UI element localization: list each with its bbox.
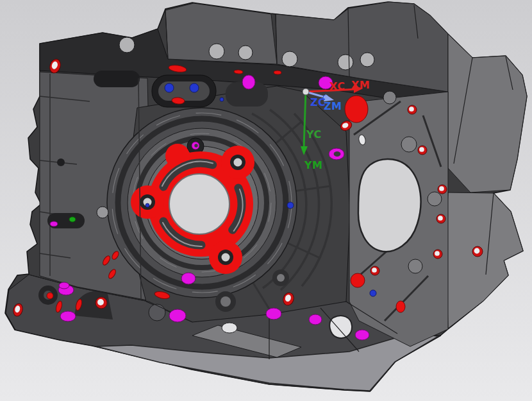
red-shape bbox=[274, 71, 281, 74]
cad-viewport[interactable]: XC XM ZC ZM YC YM bbox=[0, 0, 532, 401]
red-marker[interactable] bbox=[274, 71, 281, 74]
magenta-shape bbox=[355, 330, 369, 340]
blue-shape bbox=[370, 290, 376, 296]
magenta-shape bbox=[334, 151, 341, 157]
ringhole-shape bbox=[419, 147, 424, 152]
ringhole-shape bbox=[474, 248, 480, 254]
red-marker[interactable] bbox=[396, 301, 405, 312]
ringhole-shape bbox=[97, 299, 104, 305]
ringhole-marker[interactable] bbox=[408, 105, 417, 114]
magenta-marker[interactable] bbox=[309, 314, 322, 325]
blue-shape bbox=[287, 202, 294, 209]
magenta-shape bbox=[309, 314, 322, 325]
magenta-shape bbox=[169, 309, 186, 322]
through-hole-right bbox=[358, 159, 421, 252]
blue-shape bbox=[190, 83, 199, 92]
boss bbox=[209, 44, 224, 59]
boss bbox=[338, 55, 353, 70]
boss-bottom-2-core bbox=[277, 274, 285, 282]
magenta-shape bbox=[242, 75, 255, 89]
magenta-shape bbox=[50, 221, 58, 226]
triad-origin bbox=[303, 89, 309, 95]
boss bbox=[282, 51, 297, 67]
magenta-shape bbox=[181, 273, 195, 284]
ringhole-shape bbox=[409, 107, 414, 112]
boss bbox=[238, 46, 253, 60]
ringhole-marker[interactable] bbox=[472, 246, 483, 257]
blue-shape bbox=[220, 98, 224, 101]
axis-label-zm[interactable]: ZM bbox=[324, 100, 342, 112]
flange-center-bore bbox=[169, 174, 229, 234]
blue-shape bbox=[165, 83, 174, 92]
magenta-shape bbox=[59, 282, 69, 289]
boss-right-4 bbox=[408, 259, 422, 273]
magenta-marker[interactable] bbox=[242, 75, 255, 89]
magenta-shape bbox=[194, 144, 197, 147]
red-shape bbox=[351, 273, 365, 287]
magenta-shape bbox=[266, 308, 281, 320]
red-highlight-blob[interactable] bbox=[345, 96, 368, 123]
red-shape bbox=[345, 96, 368, 123]
boss-right-3 bbox=[428, 192, 442, 206]
left-hole-dark bbox=[57, 158, 65, 166]
magenta-marker[interactable] bbox=[329, 148, 344, 160]
magenta-marker[interactable] bbox=[169, 309, 186, 322]
bolt-hole-core bbox=[234, 158, 242, 167]
blue-marker[interactable] bbox=[190, 83, 199, 92]
boss-bottom-donut-core bbox=[220, 296, 231, 307]
blue-marker[interactable] bbox=[370, 290, 376, 296]
magenta-marker[interactable] bbox=[60, 311, 76, 321]
viewport-canvas[interactable]: XC XM ZC ZM YC YM bbox=[0, 0, 532, 401]
ringhole-marker[interactable] bbox=[436, 214, 445, 223]
axis-label-ym[interactable]: YM bbox=[304, 159, 323, 171]
blue-marker[interactable] bbox=[287, 202, 294, 209]
blue-marker[interactable] bbox=[145, 203, 149, 207]
ringhole-shape bbox=[439, 186, 444, 191]
magenta-marker[interactable] bbox=[181, 273, 195, 284]
left-hole-light bbox=[97, 207, 108, 218]
magenta-marker[interactable] bbox=[59, 282, 69, 289]
green-marker[interactable] bbox=[69, 217, 76, 222]
ringhole-shape bbox=[438, 216, 443, 221]
pocket-left-slot bbox=[94, 71, 140, 87]
magenta-marker[interactable] bbox=[50, 221, 58, 226]
red-marker[interactable] bbox=[47, 293, 53, 299]
boss bbox=[119, 37, 135, 53]
axis-label-xm[interactable]: XM bbox=[351, 79, 370, 91]
ringhole-shape bbox=[372, 268, 377, 273]
white-hole-bottom-center bbox=[222, 323, 237, 333]
ringhole-marker[interactable] bbox=[438, 185, 447, 194]
blue-shape bbox=[145, 203, 149, 207]
red-highlight-dot[interactable] bbox=[351, 273, 365, 287]
ringhole-marker[interactable] bbox=[370, 266, 379, 275]
boss bbox=[360, 53, 374, 67]
blue-marker[interactable] bbox=[220, 98, 224, 101]
red-shape bbox=[396, 301, 405, 312]
white-hole-bottom-right bbox=[329, 316, 352, 338]
axis-label-yc[interactable]: YC bbox=[306, 128, 322, 141]
blue-marker[interactable] bbox=[165, 83, 174, 92]
bolt-hole-core bbox=[222, 253, 230, 262]
magenta-shape bbox=[60, 311, 76, 321]
magenta-marker[interactable] bbox=[355, 330, 369, 340]
ringhole-marker[interactable] bbox=[433, 250, 442, 259]
ringhole-shape bbox=[435, 251, 440, 256]
red-shape bbox=[47, 293, 53, 299]
boss-right-1 bbox=[401, 137, 417, 152]
magenta-marker[interactable] bbox=[192, 142, 199, 149]
green-shape bbox=[69, 217, 76, 222]
axis-label-xc[interactable]: XC bbox=[329, 80, 345, 92]
boss-right-2 bbox=[383, 91, 396, 104]
boss-bottom-1 bbox=[149, 304, 165, 321]
magenta-marker[interactable] bbox=[266, 308, 281, 320]
ringhole-marker[interactable] bbox=[96, 297, 107, 309]
ringhole-marker[interactable] bbox=[418, 146, 427, 155]
